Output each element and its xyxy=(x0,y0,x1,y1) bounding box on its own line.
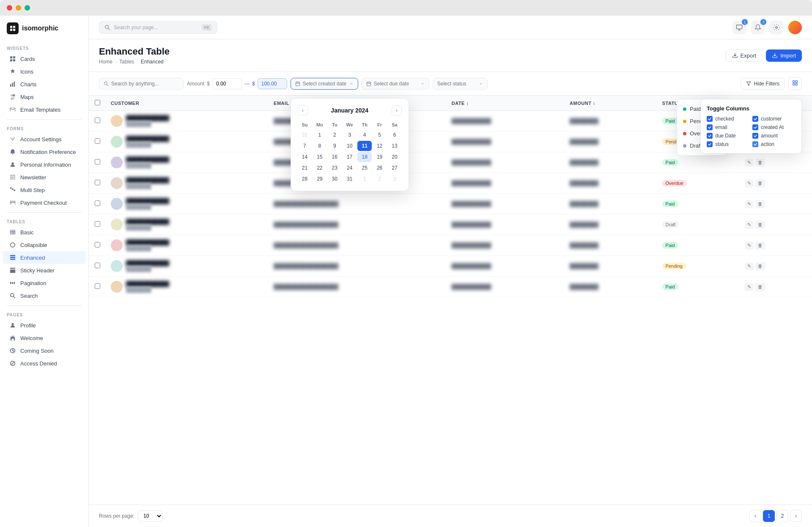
bell-icon-btn[interactable]: 3 xyxy=(751,21,765,34)
edit-btn[interactable]: ✎ xyxy=(745,221,754,229)
sidebar-item-basic[interactable]: Basic xyxy=(3,226,86,239)
row-checkbox[interactable] xyxy=(95,200,100,206)
edit-btn[interactable]: ✎ xyxy=(745,262,754,270)
cal-day-30[interactable]: 30 xyxy=(328,174,342,184)
cal-day-3-next[interactable]: 3 xyxy=(387,174,401,184)
rows-per-page-select[interactable]: 10 25 50 100 xyxy=(138,511,163,522)
cal-day-27[interactable]: 27 xyxy=(387,163,401,173)
cal-day-4[interactable]: 4 xyxy=(357,130,371,140)
sidebar-item-profile[interactable]: Profile xyxy=(3,319,86,332)
view-toggle-button[interactable] xyxy=(788,77,802,90)
toggle-col-customer[interactable]: customer xyxy=(752,116,796,122)
status-filter[interactable]: Select status xyxy=(433,78,488,90)
edit-btn[interactable]: ✎ xyxy=(745,159,754,167)
row-checkbox[interactable] xyxy=(95,283,100,289)
edit-btn[interactable]: ✎ xyxy=(745,283,754,291)
sidebar-item-newsletter[interactable]: Newsletter xyxy=(3,171,86,184)
amount-from-input[interactable] xyxy=(212,78,242,89)
sidebar-item-notification-preference[interactable]: Notification Preference xyxy=(3,145,86,158)
delete-btn[interactable]: 🗑 xyxy=(755,262,765,270)
row-checkbox[interactable] xyxy=(95,180,100,185)
col-header-amount[interactable]: AMOUNT ↕ xyxy=(565,96,657,111)
due-date-filter[interactable]: Select due date xyxy=(362,78,429,90)
delete-btn[interactable]: 🗑 xyxy=(755,200,765,208)
cal-day-9[interactable]: 9 xyxy=(328,141,342,151)
window-maximize[interactable] xyxy=(25,5,30,11)
cal-day-11[interactable]: 11 xyxy=(357,141,371,151)
cal-day-31[interactable]: 31 xyxy=(343,174,357,184)
cal-day-28[interactable]: 28 xyxy=(298,174,312,184)
delete-btn[interactable]: 🗑 xyxy=(755,242,765,250)
settings-icon-btn[interactable] xyxy=(770,21,783,34)
sidebar-item-account-settings[interactable]: Account Settings xyxy=(3,133,86,145)
sidebar-item-pagination[interactable]: Pagination xyxy=(3,277,86,289)
breadcrumb-tables[interactable]: Tables xyxy=(119,59,134,65)
calendar-next[interactable]: › xyxy=(392,105,402,115)
col-header-customer[interactable]: CUSTOMER xyxy=(106,96,269,111)
cal-day-10[interactable]: 10 xyxy=(343,141,357,151)
cal-day-31-prev[interactable]: 31 xyxy=(298,130,312,140)
sidebar-item-sticky-header[interactable]: Sticky Header xyxy=(3,264,86,277)
toggle-col-action[interactable]: action xyxy=(752,141,796,147)
delete-btn[interactable]: 🗑 xyxy=(755,221,765,229)
table-search[interactable] xyxy=(99,78,184,90)
window-close[interactable] xyxy=(7,5,12,11)
cal-day-13[interactable]: 13 xyxy=(387,141,401,151)
row-checkbox[interactable] xyxy=(95,242,100,247)
cal-day-2-next[interactable]: 2 xyxy=(373,174,387,184)
sidebar-item-search[interactable]: Search xyxy=(3,289,86,302)
cal-day-19[interactable]: 19 xyxy=(373,152,387,162)
cal-day-5[interactable]: 5 xyxy=(373,130,387,140)
avatar[interactable] xyxy=(788,21,802,34)
page-1-btn[interactable]: 1 xyxy=(763,510,775,522)
page-next-btn[interactable]: › xyxy=(790,510,802,522)
row-checkbox[interactable] xyxy=(95,263,100,268)
cal-day-8[interactable]: 8 xyxy=(313,141,326,151)
cal-day-20[interactable]: 20 xyxy=(387,152,401,162)
delete-btn[interactable]: 🗑 xyxy=(755,283,765,291)
amount-to-input[interactable] xyxy=(258,78,287,89)
monitor-icon-btn[interactable]: 1 xyxy=(732,21,746,34)
toggle-col-due-date[interactable]: due Date xyxy=(707,133,750,139)
cal-day-23[interactable]: 23 xyxy=(328,163,342,173)
sidebar-item-personal-information[interactable]: Personal Information xyxy=(3,158,86,171)
edit-btn[interactable]: ✎ xyxy=(745,179,754,187)
edit-btn[interactable]: ✎ xyxy=(745,200,754,208)
cal-day-7[interactable]: 7 xyxy=(298,141,312,151)
sidebar-item-charts[interactable]: Charts xyxy=(3,78,86,91)
sidebar-item-maps[interactable]: Maps xyxy=(3,91,86,103)
cal-day-16[interactable]: 16 xyxy=(328,152,342,162)
cal-day-24[interactable]: 24 xyxy=(343,163,357,173)
cal-day-14[interactable]: 14 xyxy=(298,152,312,162)
cal-day-21[interactable]: 21 xyxy=(298,163,312,173)
search-input[interactable] xyxy=(111,81,175,87)
created-date-filter[interactable]: Select created date xyxy=(291,78,358,90)
cal-day-12[interactable]: 12 xyxy=(373,141,387,151)
import-button[interactable]: Import xyxy=(766,49,802,62)
cal-day-22[interactable]: 22 xyxy=(313,163,326,173)
page-prev-btn[interactable]: ‹ xyxy=(749,510,761,522)
breadcrumb-home[interactable]: Home xyxy=(99,59,112,65)
toggle-col-created-at[interactable]: created At xyxy=(752,124,796,130)
cal-day-3[interactable]: 3 xyxy=(343,130,357,140)
select-all-checkbox[interactable] xyxy=(95,100,100,105)
toggle-col-email[interactable]: email xyxy=(707,124,750,130)
sidebar-item-cards[interactable]: Cards xyxy=(3,52,86,65)
sidebar-item-coming-soon[interactable]: Coming Soon xyxy=(3,344,86,357)
calendar-prev[interactable]: ‹ xyxy=(298,105,308,115)
edit-btn[interactable]: ✎ xyxy=(745,242,754,250)
sidebar-item-icons[interactable]: Icons xyxy=(3,65,86,78)
cal-day-17[interactable]: 17 xyxy=(343,152,357,162)
toggle-col-checked[interactable]: checked xyxy=(707,116,750,122)
sidebar-item-multi-step[interactable]: Multi Step xyxy=(3,184,86,196)
cal-day-26[interactable]: 26 xyxy=(373,163,387,173)
row-checkbox[interactable] xyxy=(95,159,100,165)
export-button[interactable]: Export xyxy=(726,49,763,62)
cal-day-1[interactable]: 1 xyxy=(313,130,326,140)
window-minimize[interactable] xyxy=(16,5,21,11)
row-checkbox[interactable] xyxy=(95,138,100,144)
sidebar-item-access-denied[interactable]: Access Denied xyxy=(3,357,86,370)
page-2-btn[interactable]: 2 xyxy=(776,510,788,522)
cal-day-6[interactable]: 6 xyxy=(387,130,401,140)
sidebar-item-payment-checkout[interactable]: Payment Checkout xyxy=(3,196,86,209)
